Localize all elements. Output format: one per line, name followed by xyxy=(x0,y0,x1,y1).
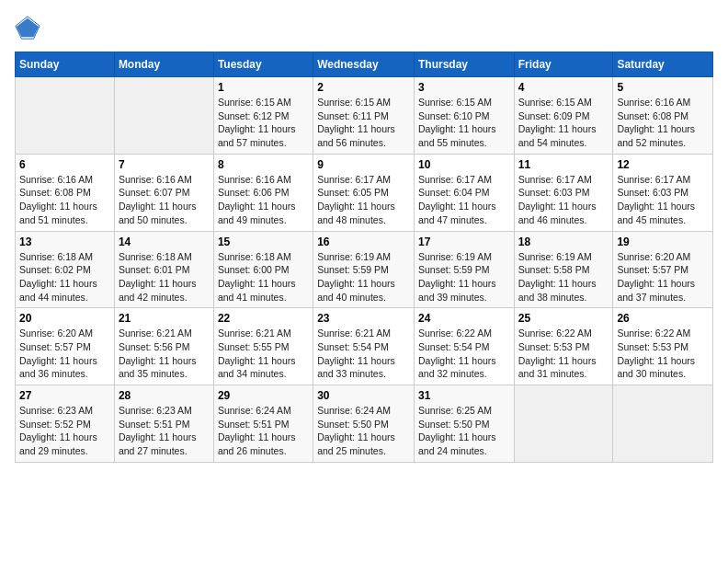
day-info: Sunrise: 6:15 AMSunset: 6:11 PMDaylight:… xyxy=(317,96,410,150)
calendar-week-row: 13Sunrise: 6:18 AMSunset: 6:02 PMDayligh… xyxy=(16,231,713,308)
day-number: 11 xyxy=(518,158,609,171)
day-info: Sunrise: 6:17 AMSunset: 6:05 PMDaylight:… xyxy=(317,173,410,227)
day-info: Sunrise: 6:15 AMSunset: 6:09 PMDaylight:… xyxy=(518,96,609,150)
day-number: 19 xyxy=(617,236,709,248)
day-number: 27 xyxy=(19,389,110,402)
day-info: Sunrise: 6:23 AMSunset: 5:52 PMDaylight:… xyxy=(19,404,110,458)
weekday-header: Sunday xyxy=(16,52,115,77)
day-info: Sunrise: 6:15 AMSunset: 6:12 PMDaylight:… xyxy=(218,96,309,150)
calendar-cell: 18Sunrise: 6:19 AMSunset: 5:58 PMDayligh… xyxy=(514,231,613,308)
calendar-cell: 21Sunrise: 6:21 AMSunset: 5:56 PMDayligh… xyxy=(114,308,213,385)
day-number: 12 xyxy=(617,158,709,171)
calendar-cell: 3Sunrise: 6:15 AMSunset: 6:10 PMDaylight… xyxy=(414,77,514,155)
calendar-cell: 15Sunrise: 6:18 AMSunset: 6:00 PMDayligh… xyxy=(213,231,313,308)
day-number: 21 xyxy=(119,312,210,325)
weekday-header: Wednesday xyxy=(313,52,415,77)
calendar-cell: 1Sunrise: 6:15 AMSunset: 6:12 PMDaylight… xyxy=(213,77,313,155)
calendar-cell xyxy=(16,77,115,155)
calendar-cell: 10Sunrise: 6:17 AMSunset: 6:04 PMDayligh… xyxy=(414,154,514,231)
day-number: 1 xyxy=(218,81,309,94)
day-number: 10 xyxy=(418,158,510,171)
weekday-header: Saturday xyxy=(613,52,713,77)
calendar-cell: 2Sunrise: 6:15 AMSunset: 6:11 PMDaylight… xyxy=(313,77,415,155)
day-info: Sunrise: 6:21 AMSunset: 5:56 PMDaylight:… xyxy=(119,327,210,381)
calendar-cell: 5Sunrise: 6:16 AMSunset: 6:08 PMDaylight… xyxy=(613,77,713,155)
day-number: 20 xyxy=(19,312,110,325)
calendar-cell: 23Sunrise: 6:21 AMSunset: 5:54 PMDayligh… xyxy=(313,308,415,385)
day-number: 16 xyxy=(317,236,410,248)
calendar-cell xyxy=(514,385,613,463)
day-info: Sunrise: 6:18 AMSunset: 6:00 PMDaylight:… xyxy=(218,250,309,304)
calendar-cell xyxy=(114,77,213,155)
calendar-cell: 26Sunrise: 6:22 AMSunset: 5:53 PMDayligh… xyxy=(613,308,713,385)
day-info: Sunrise: 6:16 AMSunset: 6:08 PMDaylight:… xyxy=(19,173,110,227)
day-info: Sunrise: 6:17 AMSunset: 6:03 PMDaylight:… xyxy=(518,173,609,227)
calendar-table: SundayMondayTuesdayWednesdayThursdayFrid… xyxy=(15,52,713,463)
weekday-header: Thursday xyxy=(414,52,514,77)
calendar-week-row: 1Sunrise: 6:15 AMSunset: 6:12 PMDaylight… xyxy=(16,77,713,155)
day-number: 4 xyxy=(518,81,609,94)
day-info: Sunrise: 6:19 AMSunset: 5:59 PMDaylight:… xyxy=(418,250,510,304)
weekday-header: Friday xyxy=(514,52,613,77)
calendar-cell: 20Sunrise: 6:20 AMSunset: 5:57 PMDayligh… xyxy=(16,308,115,385)
calendar-cell: 6Sunrise: 6:16 AMSunset: 6:08 PMDaylight… xyxy=(16,154,115,231)
weekday-header: Tuesday xyxy=(213,52,313,77)
day-number: 29 xyxy=(218,389,309,402)
day-info: Sunrise: 6:22 AMSunset: 5:53 PMDaylight:… xyxy=(518,327,609,381)
day-info: Sunrise: 6:21 AMSunset: 5:54 PMDaylight:… xyxy=(317,327,410,381)
calendar-cell: 4Sunrise: 6:15 AMSunset: 6:09 PMDaylight… xyxy=(514,77,613,155)
calendar-cell xyxy=(613,385,713,463)
calendar-cell: 25Sunrise: 6:22 AMSunset: 5:53 PMDayligh… xyxy=(514,308,613,385)
day-info: Sunrise: 6:17 AMSunset: 6:04 PMDaylight:… xyxy=(418,173,510,227)
day-number: 23 xyxy=(317,312,410,325)
day-number: 26 xyxy=(617,312,709,325)
calendar-cell: 28Sunrise: 6:23 AMSunset: 5:51 PMDayligh… xyxy=(114,385,213,463)
calendar-week-row: 27Sunrise: 6:23 AMSunset: 5:52 PMDayligh… xyxy=(16,385,713,463)
day-info: Sunrise: 6:23 AMSunset: 5:51 PMDaylight:… xyxy=(119,404,210,458)
day-number: 30 xyxy=(317,389,410,402)
calendar-cell: 31Sunrise: 6:25 AMSunset: 5:50 PMDayligh… xyxy=(414,385,514,463)
day-info: Sunrise: 6:24 AMSunset: 5:50 PMDaylight:… xyxy=(317,404,410,458)
day-info: Sunrise: 6:19 AMSunset: 5:59 PMDaylight:… xyxy=(317,250,410,304)
weekday-header-row: SundayMondayTuesdayWednesdayThursdayFrid… xyxy=(16,52,713,77)
day-number: 15 xyxy=(218,236,309,248)
day-info: Sunrise: 6:20 AMSunset: 5:57 PMDaylight:… xyxy=(19,327,110,381)
page-header xyxy=(15,15,713,40)
day-info: Sunrise: 6:15 AMSunset: 6:10 PMDaylight:… xyxy=(418,96,510,150)
day-number: 3 xyxy=(418,81,510,94)
day-info: Sunrise: 6:16 AMSunset: 6:07 PMDaylight:… xyxy=(119,173,210,227)
calendar-cell: 8Sunrise: 6:16 AMSunset: 6:06 PMDaylight… xyxy=(213,154,313,231)
calendar-cell: 30Sunrise: 6:24 AMSunset: 5:50 PMDayligh… xyxy=(313,385,415,463)
day-number: 13 xyxy=(19,236,110,248)
calendar-cell: 13Sunrise: 6:18 AMSunset: 6:02 PMDayligh… xyxy=(16,231,115,308)
calendar-cell: 9Sunrise: 6:17 AMSunset: 6:05 PMDaylight… xyxy=(313,154,415,231)
day-number: 22 xyxy=(218,312,309,325)
day-info: Sunrise: 6:18 AMSunset: 6:02 PMDaylight:… xyxy=(19,250,110,304)
day-info: Sunrise: 6:24 AMSunset: 5:51 PMDaylight:… xyxy=(218,404,309,458)
calendar-cell: 24Sunrise: 6:22 AMSunset: 5:54 PMDayligh… xyxy=(414,308,514,385)
day-info: Sunrise: 6:16 AMSunset: 6:06 PMDaylight:… xyxy=(218,173,309,227)
day-number: 2 xyxy=(317,81,410,94)
calendar-week-row: 6Sunrise: 6:16 AMSunset: 6:08 PMDaylight… xyxy=(16,154,713,231)
day-number: 5 xyxy=(617,81,709,94)
day-info: Sunrise: 6:25 AMSunset: 5:50 PMDaylight:… xyxy=(418,404,510,458)
logo xyxy=(15,15,44,40)
calendar-cell: 22Sunrise: 6:21 AMSunset: 5:55 PMDayligh… xyxy=(213,308,313,385)
day-number: 9 xyxy=(317,158,410,171)
day-info: Sunrise: 6:18 AMSunset: 6:01 PMDaylight:… xyxy=(119,250,210,304)
calendar-cell: 29Sunrise: 6:24 AMSunset: 5:51 PMDayligh… xyxy=(213,385,313,463)
calendar-cell: 7Sunrise: 6:16 AMSunset: 6:07 PMDaylight… xyxy=(114,154,213,231)
day-number: 17 xyxy=(418,236,510,248)
day-info: Sunrise: 6:22 AMSunset: 5:54 PMDaylight:… xyxy=(418,327,510,381)
calendar-cell: 12Sunrise: 6:17 AMSunset: 6:03 PMDayligh… xyxy=(613,154,713,231)
day-number: 8 xyxy=(218,158,309,171)
calendar-cell: 11Sunrise: 6:17 AMSunset: 6:03 PMDayligh… xyxy=(514,154,613,231)
calendar-cell: 16Sunrise: 6:19 AMSunset: 5:59 PMDayligh… xyxy=(313,231,415,308)
day-info: Sunrise: 6:16 AMSunset: 6:08 PMDaylight:… xyxy=(617,96,709,150)
calendar-cell: 14Sunrise: 6:18 AMSunset: 6:01 PMDayligh… xyxy=(114,231,213,308)
day-info: Sunrise: 6:22 AMSunset: 5:53 PMDaylight:… xyxy=(617,327,709,381)
day-number: 6 xyxy=(19,158,110,171)
calendar-cell: 19Sunrise: 6:20 AMSunset: 5:57 PMDayligh… xyxy=(613,231,713,308)
day-number: 31 xyxy=(418,389,510,402)
day-number: 14 xyxy=(119,236,210,248)
